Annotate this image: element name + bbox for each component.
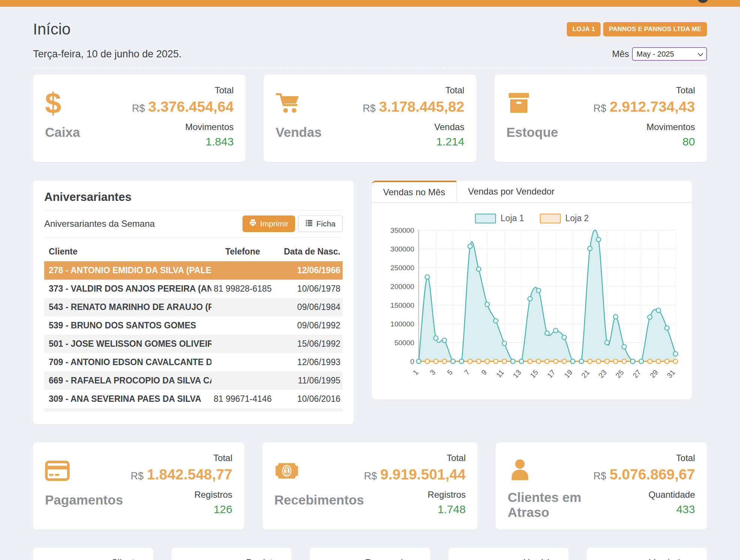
svg-text:350000: 350000	[391, 226, 414, 234]
column-header-nascimento: Data de Nasc.	[274, 247, 343, 257]
tab-vendas-no-mes[interactable]: Vendas no Mês	[372, 181, 457, 202]
cell-telefone: 81 99671-4146	[211, 394, 274, 404]
stat-card-caixa: $CaixaTotalR$3.376.454,64Movimentos1.843	[33, 75, 246, 162]
print-button[interactable]: Imprimir	[243, 216, 295, 232]
table-row[interactable]: 501 - JOSE WELISSON GOMES OLIVEIR…15/06/…	[44, 335, 343, 353]
footer-card-fornecedores: Fornecedores	[310, 548, 430, 560]
stat-card-pagamentos: PagamentosTotalR$1.842.548,77Registros12…	[33, 442, 244, 530]
svg-text:1: 1	[284, 466, 289, 476]
table-row[interactable]: 373 - VALDIR DOS ANJOS PEREIRA (AN…81 99…	[44, 280, 343, 298]
total-value: 2.912.734,43	[610, 99, 695, 115]
month-select[interactable]: May - 2025	[632, 47, 707, 61]
footer-card-label: Usuários	[458, 557, 559, 560]
svg-text:27: 27	[631, 368, 643, 380]
cell-nascimento: 12/06/1966	[274, 265, 343, 276]
total-value: 5.076.869,67	[610, 466, 695, 482]
ficha-button-label: Ficha	[316, 219, 336, 228]
footer-card-vendedores: Vendedores	[587, 548, 707, 560]
column-header-cliente: Cliente	[44, 247, 211, 257]
stat-card-label: Pagamentos	[45, 493, 123, 508]
currency-prefix: R$	[593, 103, 607, 114]
dollar-icon: $	[45, 90, 72, 117]
stat-card-label: Vendas	[276, 125, 322, 140]
sales-area-chart: 0500001000001500002000002500003000003500…	[383, 225, 681, 388]
company-button[interactable]: PANNOS E PANNOS LTDA ME	[603, 22, 707, 36]
column-header-telefone: Telefone	[211, 247, 274, 257]
table-row[interactable]: 309 - ANA SEVERINA PAES DA SILVA81 99671…	[44, 390, 343, 408]
summary-cards-top: $CaixaTotalR$3.376.454,64Movimentos1.843…	[33, 75, 707, 162]
avatar[interactable]	[697, 0, 709, 3]
count-label: Movimentos	[593, 122, 695, 132]
list-icon	[305, 219, 313, 229]
svg-text:29: 29	[649, 368, 660, 380]
svg-text:23: 23	[597, 368, 608, 380]
cell-cliente: 309 - ANA SEVERINA PAES DA SILVA	[44, 394, 211, 404]
footer-cards: ClientesProdutosFornecedoresUsuáriosVend…	[33, 548, 707, 560]
cell-cliente: 669 - RAFAELA PROCOPIO DA SILVA CA…	[44, 376, 211, 386]
total-label: Total	[363, 85, 464, 96]
total-value: 3.376.454,64	[148, 99, 234, 115]
svg-text:3: 3	[428, 368, 437, 377]
svg-text:17: 17	[546, 368, 557, 380]
total-label: Total	[364, 453, 466, 463]
cell-nascimento: 11/06/1995	[274, 376, 343, 386]
currency-prefix: R$	[363, 103, 376, 114]
count-value: 1.748	[364, 503, 466, 516]
count-value: 1.843	[132, 135, 234, 148]
chart-tabs: Vendas no Mês Vendas por Vendedor	[372, 181, 692, 203]
stat-card-recebimentos: 1RecebimentosTotalR$9.919.501,44Registro…	[262, 442, 478, 530]
ficha-button[interactable]: Ficha	[298, 216, 343, 232]
table-row[interactable]: 539 - BRUNO DOS SANTOS GOMES09/06/1992	[44, 316, 343, 335]
currency-prefix: R$	[131, 470, 144, 482]
cell-nascimento: 10/06/2016	[274, 394, 343, 404]
total-value: 1.842.548,77	[147, 466, 232, 482]
page-title: Início	[33, 20, 70, 38]
svg-text:7: 7	[463, 368, 471, 377]
current-date: Terça-feira, 10 de junho de 2025.	[33, 48, 181, 60]
svg-text:250000: 250000	[391, 264, 414, 272]
cell-cliente: 709 - ANTONIO EDSON CAVALCANTE D…	[44, 357, 211, 367]
footer-card-label: Vendedores	[596, 557, 697, 560]
birthdays-subtitle: Aniversariantes da Semana	[44, 219, 155, 229]
month-label: Mês	[612, 49, 629, 59]
cell-telefone: 81 99828-6185	[211, 284, 274, 294]
svg-text:1: 1	[411, 368, 420, 377]
legend-label-loja1: Loja 1	[500, 213, 524, 223]
credit-card-icon	[45, 457, 72, 484]
legend-swatch-loja1	[475, 214, 496, 223]
total-label: Total	[132, 85, 234, 96]
table-row[interactable]: 543 - RENATO MARINHO DE ARAUJO (F…09/06/…	[44, 298, 343, 316]
table-row[interactable]: 669 - RAFAELA PROCOPIO DA SILVA CA…11/06…	[44, 371, 343, 390]
cell-cliente: 373 - VALDIR DOS ANJOS PEREIRA (AN…	[44, 284, 211, 294]
legend-label-loja2: Loja 2	[565, 213, 589, 223]
svg-text:300000: 300000	[391, 245, 414, 253]
currency-prefix: R$	[593, 470, 607, 482]
table-row[interactable]: 278 - ANTONIO EMIDIO DA SILVA (PALE…12/0…	[44, 261, 343, 280]
svg-text:31: 31	[665, 368, 677, 380]
cell-cliente: 543 - RENATO MARINHO DE ARAUJO (F…	[44, 302, 211, 312]
svg-text:5: 5	[446, 368, 454, 377]
cell-nascimento: 09/06/1984	[274, 302, 343, 312]
sales-chart-panel: Vendas no Mês Vendas por Vendedor Loja 1…	[372, 181, 692, 400]
date-row: Terça-feira, 10 de junho de 2025. Mês Ma…	[33, 47, 707, 61]
count-value: 1.214	[363, 135, 464, 148]
table-row[interactable]: 709 - ANTONIO EDSON CAVALCANTE D…12/06/1…	[44, 353, 343, 371]
total-label: Total	[593, 453, 695, 463]
stat-card-label: Recebimentos	[274, 493, 364, 508]
partial-row	[44, 408, 343, 412]
stat-card-vendas: VendasTotalR$3.178.445,82Vendas1.214	[264, 75, 476, 162]
svg-text:150000: 150000	[391, 301, 414, 309]
legend-item-loja1[interactable]: Loja 1	[475, 213, 524, 223]
birthdays-title: Aniversariantes	[44, 190, 343, 210]
count-value: 126	[131, 503, 232, 516]
cell-cliente: 539 - BRUNO DOS SANTOS GOMES	[44, 320, 211, 331]
store-button[interactable]: LOJA 1	[567, 22, 601, 36]
svg-text:0: 0	[410, 358, 414, 365]
stat-card-clientes-em-atraso: Clientes em AtrasoTotalR$5.076.869,67Qua…	[496, 442, 707, 530]
page-header: Início LOJA 1 PANNOS E PANNOS LTDA ME	[33, 20, 707, 38]
footer-card-produtos: Produtos	[171, 548, 292, 560]
tab-vendas-por-vendedor[interactable]: Vendas por Vendedor	[457, 181, 566, 202]
total-label: Total	[593, 85, 695, 96]
birthdays-table: Cliente Telefone Data de Nasc. 278 - ANT…	[44, 241, 343, 412]
legend-item-loja2[interactable]: Loja 2	[540, 213, 589, 223]
